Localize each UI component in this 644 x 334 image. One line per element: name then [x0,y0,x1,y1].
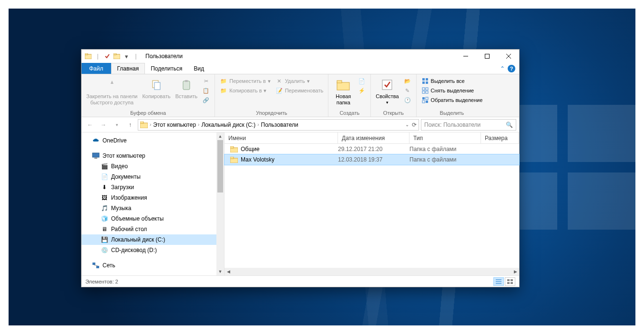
details-view-button[interactable] [493,277,504,286]
col-name[interactable]: Имени [225,132,338,143]
tree-thispc[interactable]: Этот компьютер [82,151,224,161]
chevron-right-icon[interactable]: › [256,122,260,127]
windows-logo [500,105,644,230]
svg-rect-43 [507,282,510,284]
pin-button[interactable]: Закрепить на панели быстрого доступа [84,76,139,107]
scroll-thumb[interactable] [217,140,223,192]
cut-button[interactable]: ✂ [200,76,212,86]
crumb-drive[interactable]: Локальный диск (C:) [201,121,256,128]
search-input[interactable]: Поиск: Пользователи 🔍 [421,119,516,131]
tab-file[interactable]: Файл [82,63,111,74]
tree-item-icon: ⬇ [101,183,108,191]
copy-button[interactable]: Копировать [140,76,172,101]
easy-access-button[interactable]: ⚡ [356,86,368,95]
rename-button[interactable]: 📝Переименовать [274,86,326,95]
horizontal-scrollbar[interactable]: ◀ ▶ [225,268,519,275]
tree-item-label: Локальный диск (C:) [111,236,165,243]
file-name: Общие [241,146,259,152]
recent-button[interactable]: ▾ [111,119,123,131]
history-button[interactable]: 🕐 [402,95,413,105]
properties-button[interactable]: Свойства▾ [374,76,400,107]
move-icon: 📁 [220,77,227,85]
icons-view-button[interactable] [505,277,515,286]
new-item-button[interactable]: 📄 [356,76,368,86]
scroll-right-icon[interactable]: ▶ [511,269,519,274]
qat-properties-icon[interactable] [103,52,111,60]
easy-access-icon: ⚡ [358,87,366,94]
col-size[interactable]: Размера [481,132,519,143]
maximize-button[interactable] [476,50,498,63]
crumb-users[interactable]: Пользователи [261,121,298,128]
tree-item[interactable]: 🎬Видео [82,161,224,172]
paste-button[interactable]: Вставить [174,76,200,101]
tree-item[interactable]: 📄Документы [82,172,224,182]
chevron-right-icon[interactable]: › [197,122,200,127]
scroll-up-icon[interactable]: ▲ [216,132,224,140]
rename-icon: 📝 [276,87,283,94]
qat-dropdown-icon[interactable]: ▾ [123,52,130,60]
tree-scrollbar[interactable]: ▲ ▼ [216,132,224,275]
title-bar[interactable]: | ▾ | Пользователи [82,50,519,63]
tree-item-icon: 🎬 [101,162,108,170]
refresh-button[interactable]: ⟳ [412,121,417,128]
invert-selection-button[interactable]: Обратить выделение [419,95,485,105]
tree-item[interactable]: 🖼Изображения [82,192,224,203]
copy-to-button[interactable]: 📁Копировать в ▾ [218,86,272,95]
svg-rect-10 [183,81,190,90]
navigation-tree[interactable]: OneDrive Этот компьютер 🎬Видео📄Документы… [82,132,225,275]
tree-item-label: CD-дисковод (D:) [111,247,157,253]
move-to-button[interactable]: 📁Переместить в ▾ [218,76,272,86]
copy-icon [149,77,164,92]
scroll-down-icon[interactable]: ▼ [216,268,224,275]
column-headers[interactable]: Имени Дата изменения Тип Размера [225,132,519,144]
svg-rect-3 [113,53,116,55]
col-type[interactable]: Тип [409,132,481,143]
scroll-left-icon[interactable]: ◀ [225,269,232,274]
crumb-thispc[interactable]: Этот компьютер [153,121,196,128]
help-icon[interactable]: ? [508,65,515,72]
chevron-down-icon[interactable]: ⌄ [405,122,409,127]
tab-view[interactable]: Вид [188,63,210,74]
copy-path-button[interactable]: 📋 [200,86,212,95]
table-row[interactable]: Max Volotsky12.03.2018 19:37Папка с файл… [225,154,519,165]
folder-icon [230,157,238,163]
tree-item[interactable]: 💾Локальный диск (C:) [82,234,224,245]
svg-rect-5 [485,54,489,59]
tree-item[interactable]: 🖥Рабочий стол [82,224,224,234]
select-none-button[interactable]: Снять выделение [419,86,485,95]
tree-item[interactable]: 🎵Музыка [82,203,224,213]
svg-rect-21 [422,91,425,93]
tree-item[interactable]: 💿CD-дисковод (D:) [82,245,224,255]
group-label: Создать [331,109,368,116]
new-folder-button[interactable]: Новая папка [331,76,355,107]
properties-icon [379,77,395,92]
up-button[interactable]: ↑ [124,119,136,131]
close-button[interactable] [498,50,519,63]
ribbon-collapse[interactable]: ⌃ ? [496,63,519,74]
col-date[interactable]: Дата изменения [338,132,409,143]
tree-item[interactable]: ⬇Загрузки [82,182,224,192]
minimize-button[interactable] [455,50,476,63]
svg-rect-31 [92,263,95,265]
open-button[interactable]: 📂 [402,76,413,86]
tree-network[interactable]: Сеть [82,260,224,271]
tree-item-icon: 🖼 [101,194,108,202]
tree-onedrive[interactable]: OneDrive [82,135,224,146]
paste-shortcut-button[interactable]: 🔗 [200,95,212,105]
tree-item[interactable]: 🧊Объемные объекты [82,213,224,224]
svg-rect-28 [140,121,143,123]
chevron-right-icon[interactable]: › [149,122,152,127]
delete-button[interactable]: ✕Удалить ▾ [274,76,326,86]
tab-home[interactable]: Главная [111,63,145,74]
select-all-button[interactable]: Выделить все [419,76,485,86]
back-button[interactable]: ← [84,119,96,131]
breadcrumb[interactable]: › Этот компьютер › Локальный диск (C:) ›… [138,119,419,131]
forward-button[interactable]: → [98,119,109,131]
edit-button[interactable]: ✎ [402,86,413,95]
tab-share[interactable]: Поделиться [145,63,188,74]
tree-item-label: Объемные объекты [111,215,164,222]
ribbon-group-select: Выделить все Снять выделение Обратить вы… [417,74,488,117]
status-bar: Элементов: 2 [82,275,519,287]
table-row[interactable]: Общие29.12.2017 21:20Папка с файлами [225,144,519,154]
file-list[interactable]: Имени Дата изменения Тип Размера Общие29… [225,132,519,275]
